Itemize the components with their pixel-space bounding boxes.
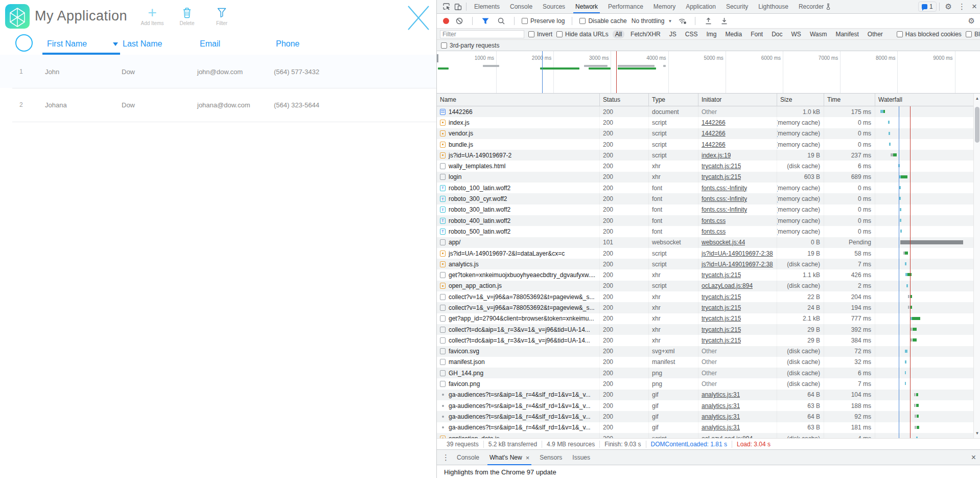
filter-type-font[interactable]: Font xyxy=(748,30,765,38)
filter-type-media[interactable]: Media xyxy=(722,30,744,38)
initiator-link[interactable]: websocket.js:44 xyxy=(702,239,745,246)
network-settings-gear-icon[interactable]: ⚙ xyxy=(965,16,978,26)
filter-type-doc[interactable]: Doc xyxy=(769,30,785,38)
network-request-row[interactable]: open_app_action.js200scriptocLazyLoad.js… xyxy=(437,281,974,291)
column-header-type[interactable]: Type xyxy=(649,94,698,106)
initiator-link[interactable]: trycatch.js:215 xyxy=(702,337,741,344)
filter-type-wasm[interactable]: Wasm xyxy=(807,30,830,38)
network-request-row[interactable]: GH_144.png200pngOther(disk cache)6 ms xyxy=(437,368,974,378)
import-har-icon[interactable] xyxy=(703,16,714,26)
filter-funnel-icon[interactable] xyxy=(480,16,491,26)
timeline-left-handle[interactable] xyxy=(437,54,438,62)
tab-sources[interactable]: Sources xyxy=(538,0,570,13)
network-request-row[interactable]: collect?v=1&_v=j96&a=788053692&t=pagevie… xyxy=(437,302,974,313)
column-header-name[interactable]: Name xyxy=(437,94,600,106)
filter-type-ws[interactable]: WS xyxy=(789,30,804,38)
select-all-checkbox[interactable] xyxy=(15,34,33,52)
drawer-tab-issues[interactable]: Issues xyxy=(567,450,595,465)
network-request-row[interactable]: ga-audiences?t=sr&aip=1&_r=4&slf_rd=1&v=… xyxy=(437,390,974,400)
tab-lighthouse[interactable]: Lighthouse xyxy=(753,0,794,13)
network-request-row[interactable]: analytics.js200scriptjs?id=UA-149019697-… xyxy=(437,259,974,269)
column-header-time[interactable]: Time xyxy=(824,94,875,106)
issues-badge[interactable]: 1 xyxy=(918,2,937,12)
initiator-link[interactable]: index.js:19 xyxy=(702,152,731,159)
close-drawer-icon[interactable]: × xyxy=(968,453,980,462)
network-request-row[interactable]: app/101websocketwebsocket.js:440 BPendin… xyxy=(437,237,974,248)
tab-application[interactable]: Application xyxy=(681,0,721,13)
initiator-link[interactable]: 1442266 xyxy=(702,119,726,126)
column-header-first-name[interactable]: First Name xyxy=(47,39,87,49)
network-request-row[interactable]: index.js200script1442266(memory cache)0 … xyxy=(437,117,974,128)
initiator-link[interactable]: trycatch.js:215 xyxy=(702,326,741,333)
filter-type-manifest[interactable]: Manifest xyxy=(833,30,861,38)
table-row[interactable]: 2JohanaDowjohana@dow.com(564) 323-5644 xyxy=(0,88,436,122)
clear-icon[interactable] xyxy=(454,16,465,26)
tab-elements[interactable]: Elements xyxy=(469,0,505,13)
drawer-tab-what-s-new[interactable]: What's New× xyxy=(484,450,534,465)
initiator-link[interactable]: trycatch.js:215 xyxy=(702,163,741,170)
initiator-link[interactable]: trycatch.js:215 xyxy=(702,271,741,279)
scroll-down-icon[interactable]: ▼ xyxy=(974,431,980,436)
network-request-row[interactable]: js?id=UA-149019697-2&l=dataLayer&cx=c200… xyxy=(437,248,974,259)
initiator-link[interactable]: analytics.js:31 xyxy=(702,402,740,409)
network-request-row[interactable]: vendor.js200script1442266(memory cache)0… xyxy=(437,128,974,139)
tab-security[interactable]: Security xyxy=(721,0,753,13)
tab-memory[interactable]: Memory xyxy=(648,0,681,13)
network-request-row[interactable]: roboto_300_cyr.woff2200fontfonts.css:-In… xyxy=(437,193,974,204)
disable-cache-checkbox[interactable]: Disable cache xyxy=(579,17,626,25)
more-options-icon[interactable]: ⋮ xyxy=(955,2,969,11)
drawer-tab-console[interactable]: Console xyxy=(452,450,484,465)
initiator-link[interactable]: trycatch.js:215 xyxy=(702,173,741,180)
initiator-link[interactable]: analytics.js:31 xyxy=(702,391,740,398)
initiator-link[interactable]: 1442266 xyxy=(702,141,726,148)
network-request-row[interactable]: 1442266200documentOther1.0 kB175 ms xyxy=(437,106,974,117)
network-request-row[interactable]: roboto_500_latin.woff2200fontfonts.css(m… xyxy=(437,226,974,237)
load-time[interactable]: Load: 3.04 s xyxy=(732,441,775,448)
close-icon[interactable] xyxy=(406,4,431,32)
initiator-link[interactable]: trycatch.js:215 xyxy=(702,315,741,322)
initiator-link[interactable]: fonts.css:-Infinity xyxy=(702,195,747,202)
table-row[interactable]: 1JohnDowjohn@dow.com(564) 577-3432 xyxy=(0,55,436,88)
filter-type-fetchxhr[interactable]: Fetch/XHR xyxy=(628,30,663,38)
network-request-row[interactable]: favicon.svg200svg+xmlOther(disk cache)72… xyxy=(437,346,974,357)
scrollbar[interactable]: ▲ ▼ xyxy=(973,94,980,438)
close-devtools-icon[interactable]: × xyxy=(969,2,980,12)
record-network-log-button[interactable] xyxy=(443,18,449,24)
network-request-row[interactable]: collect?v=1&_v=j96&a=788053692&t=pagevie… xyxy=(437,291,974,302)
third-party-requests-checkbox[interactable]: 3rd-party requests xyxy=(441,42,499,49)
network-overview-timeline[interactable]: 1000 ms2000 ms3000 ms4000 ms5000 ms6000 … xyxy=(437,51,980,94)
blocked-requests-checkbox[interactable]: Blocked Requests xyxy=(966,31,980,38)
export-har-icon[interactable] xyxy=(718,16,730,26)
settings-gear-icon[interactable]: ⚙ xyxy=(942,2,955,11)
network-request-row[interactable]: favicon.png200pngOther(disk cache)7 ms xyxy=(437,378,974,389)
network-request-row[interactable]: roboto_100_latin.woff2200fontfonts.css:-… xyxy=(437,183,974,193)
scrollbar-thumb[interactable] xyxy=(975,107,979,143)
column-header-email[interactable]: Email xyxy=(200,39,220,49)
initiator-link[interactable]: js?id=UA-149019697-2:38 xyxy=(702,261,773,268)
network-request-row[interactable]: bundle.js200script1442266(memory cache)0… xyxy=(437,139,974,150)
invert-checkbox[interactable]: Invert xyxy=(528,31,552,38)
initiator-link[interactable]: fonts.css:-Infinity xyxy=(702,206,747,213)
initiator-link[interactable]: js?id=UA-149019697-2:38 xyxy=(702,250,773,257)
network-conditions-icon[interactable] xyxy=(676,16,688,26)
network-request-row[interactable]: get?app_id=27904&client=browser&token=xn… xyxy=(437,313,974,324)
filter-input[interactable] xyxy=(440,30,524,38)
initiator-link[interactable]: fonts.css xyxy=(702,217,726,224)
add-items-button[interactable]: + Add Items xyxy=(139,6,166,26)
inspect-element-icon[interactable] xyxy=(441,2,452,12)
network-request-row[interactable]: application_data.js200scriptocLazyLoad.j… xyxy=(437,433,974,438)
initiator-link[interactable]: trycatch.js:215 xyxy=(702,293,741,301)
network-request-row[interactable]: roboto_400_latin.woff2200fontfonts.css(m… xyxy=(437,215,974,226)
network-request-row[interactable]: get?token=xnkeimuojxbuoyhyeaecbdtry_dgva… xyxy=(437,269,974,280)
search-icon[interactable] xyxy=(496,16,507,26)
hide-data-urls-checkbox[interactable]: Hide data URLs xyxy=(556,31,609,38)
filter-type-all[interactable]: All xyxy=(613,30,624,38)
drawer-menu-icon[interactable]: ⋮ xyxy=(440,453,452,462)
device-toolbar-icon[interactable] xyxy=(452,2,463,12)
network-request-row[interactable]: manifest.json200manifestOther(disk cache… xyxy=(437,357,974,368)
network-request-row[interactable]: wally_templates.html200xhrtrycatch.js:21… xyxy=(437,161,974,171)
scroll-up-icon[interactable]: ▲ xyxy=(974,96,980,101)
network-request-row[interactable]: ga-audiences?t=sr&aip=1&_r=4&slf_rd=1&v=… xyxy=(437,422,974,433)
filter-type-css[interactable]: CSS xyxy=(683,30,701,38)
filter-type-img[interactable]: Img xyxy=(704,30,719,38)
